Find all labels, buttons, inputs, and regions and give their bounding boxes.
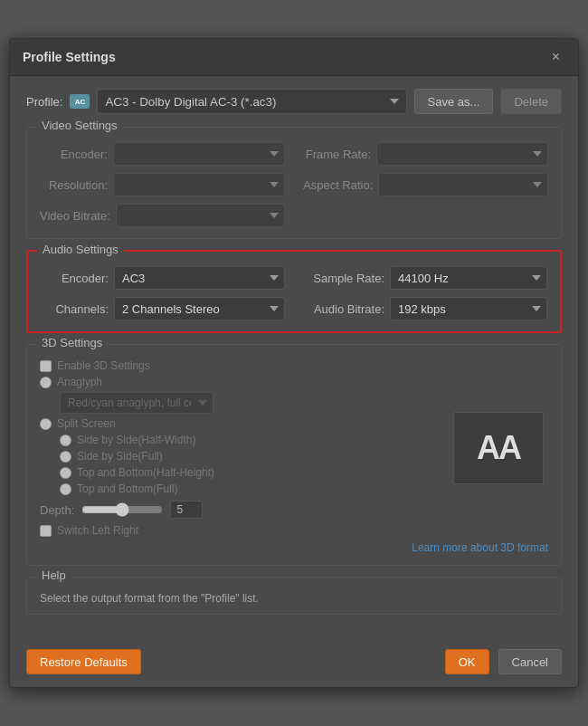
audio-bitrate-label: Audio Bitrate: <box>303 302 384 316</box>
enable-3d-checkbox[interactable] <box>40 360 52 372</box>
top-bottom-full-row: Top and Bottom(Full) <box>60 482 434 495</box>
audio-bitrate-row: Audio Bitrate: 192 kbps <box>303 297 547 320</box>
split-screen-row: Split Screen <box>40 417 434 430</box>
aspect-ratio-select[interactable] <box>378 173 548 196</box>
profile-select[interactable]: AC3 - Dolby Digital AC-3 (*.ac3) <box>97 89 406 114</box>
video-bitrate-label: Video Bitrate: <box>40 209 110 223</box>
aa-preview-container: AA <box>449 359 548 537</box>
enable-3d-label: Enable 3D Settings <box>57 359 150 372</box>
profile-settings-dialog: Profile Settings × Profile: AC AC3 - Dol… <box>9 38 579 688</box>
side-by-side-full-row: Side by Side(Full) <box>60 450 434 463</box>
audio-settings-grid: Encoder: AC3 Sample Rate: 44100 Hz Chann… <box>41 266 547 320</box>
audio-encoder-label: Encoder: <box>41 272 109 285</box>
top-bottom-full-label: Top and Bottom(Full) <box>77 482 177 495</box>
split-screen-label: Split Screen <box>57 417 116 430</box>
audio-encoder-select[interactable]: AC3 <box>114 266 285 290</box>
channels-select[interactable]: 2 Channels Stereo <box>114 297 285 320</box>
anaglyph-select[interactable]: Red/cyan anaglyph, full color <box>60 392 213 414</box>
video-settings-grid: Encoder: Frame Rate: Resolution: <box>40 142 548 227</box>
3d-settings-title: 3D Settings <box>36 336 108 349</box>
frame-rate-select[interactable] <box>376 142 548 166</box>
dialog-title: Profile Settings <box>23 50 116 64</box>
enable-3d-row: Enable 3D Settings <box>40 359 434 372</box>
ok-button[interactable]: OK <box>445 649 489 674</box>
sample-rate-label: Sample Rate: <box>303 272 384 285</box>
help-title: Help <box>36 568 71 582</box>
depth-row: Depth: <box>40 501 434 519</box>
sample-rate-select[interactable]: 44100 Hz <box>390 266 547 290</box>
top-bottom-half-radio[interactable] <box>60 467 71 479</box>
profile-row: Profile: AC AC3 - Dolby Digital AC-3 (*.… <box>26 89 562 114</box>
switch-left-right-row: Switch Left Right <box>40 524 434 537</box>
encoder-label: Encoder: <box>40 148 108 161</box>
profile-icon-text: AC <box>75 98 86 106</box>
channels-label: Channels: <box>41 302 109 316</box>
side-by-side-half-label: Side by Side(Half-Width) <box>77 434 195 446</box>
side-by-side-full-label: Side by Side(Full) <box>77 450 163 463</box>
save-as-button[interactable]: Save as... <box>414 89 494 114</box>
sample-rate-row: Sample Rate: 44100 Hz <box>303 266 547 290</box>
cancel-button[interactable]: Cancel <box>498 649 562 674</box>
depth-input[interactable] <box>170 501 203 519</box>
anaglyph-row: Anaglyph <box>40 376 434 388</box>
video-bitrate-row: Video Bitrate: <box>40 204 285 227</box>
audio-settings-section: Audio Settings Encoder: AC3 Sample Rate:… <box>26 250 562 333</box>
video-settings-section: Video Settings Encoder: Frame Rate: <box>26 127 562 239</box>
encoder-select[interactable] <box>113 142 285 166</box>
video-settings-title: Video Settings <box>36 119 123 132</box>
split-screen-radio[interactable] <box>40 418 52 430</box>
audio-settings-title: Audio Settings <box>37 243 124 256</box>
depth-label: Depth: <box>40 503 74 517</box>
encoder-row: Encoder: <box>40 142 285 166</box>
frame-rate-row: Frame Rate: <box>303 142 548 166</box>
dialog-body: Profile: AC AC3 - Dolby Digital AC-3 (*.… <box>10 76 578 640</box>
3d-settings-section: 3D Settings Enable 3D Settings Anaglyph <box>26 344 562 566</box>
aa-preview: AA <box>453 412 544 484</box>
anaglyph-radio[interactable] <box>40 377 52 388</box>
switch-left-right-label: Switch Left Right <box>57 524 138 537</box>
learn-more-link[interactable]: Learn more about 3D format <box>412 541 548 554</box>
resolution-select[interactable] <box>113 173 285 196</box>
side-by-side-full-radio[interactable] <box>60 451 71 463</box>
profile-icon: AC <box>70 94 90 109</box>
help-text: Select the output format from the "Profi… <box>40 592 548 605</box>
close-button[interactable]: × <box>546 48 565 66</box>
profile-label: Profile: <box>26 95 62 109</box>
anaglyph-select-row: Red/cyan anaglyph, full color <box>60 392 434 414</box>
channels-row: Channels: 2 Channels Stereo <box>41 297 285 320</box>
video-bitrate-select[interactable] <box>116 204 285 227</box>
switch-left-right-checkbox[interactable] <box>40 525 52 537</box>
frame-rate-label: Frame Rate: <box>303 148 371 161</box>
side-by-side-half-radio[interactable] <box>60 435 71 446</box>
depth-slider[interactable] <box>81 502 163 517</box>
audio-encoder-row: Encoder: AC3 <box>41 266 285 290</box>
top-bottom-half-label: Top and Bottom(Half-Height) <box>77 466 214 479</box>
dialog-header: Profile Settings × <box>10 39 578 76</box>
top-bottom-half-row: Top and Bottom(Half-Height) <box>60 466 434 479</box>
delete-button[interactable]: Delete <box>500 89 562 114</box>
anaglyph-label: Anaglyph <box>57 376 102 388</box>
aa-preview-text: AA <box>477 429 520 467</box>
audio-bitrate-select[interactable]: 192 kbps <box>390 297 547 320</box>
help-section: Help Select the output format from the "… <box>26 577 562 615</box>
resolution-row: Resolution: <box>40 173 285 196</box>
resolution-label: Resolution: <box>40 178 108 192</box>
dialog-footer: Restore Defaults OK Cancel <box>10 640 578 687</box>
top-bottom-full-radio[interactable] <box>60 483 71 495</box>
aspect-ratio-row: Aspect Ratio: <box>303 173 548 196</box>
side-by-side-half-row: Side by Side(Half-Width) <box>60 434 434 446</box>
restore-defaults-button[interactable]: Restore Defaults <box>26 649 141 674</box>
aspect-ratio-label: Aspect Ratio: <box>303 178 373 192</box>
